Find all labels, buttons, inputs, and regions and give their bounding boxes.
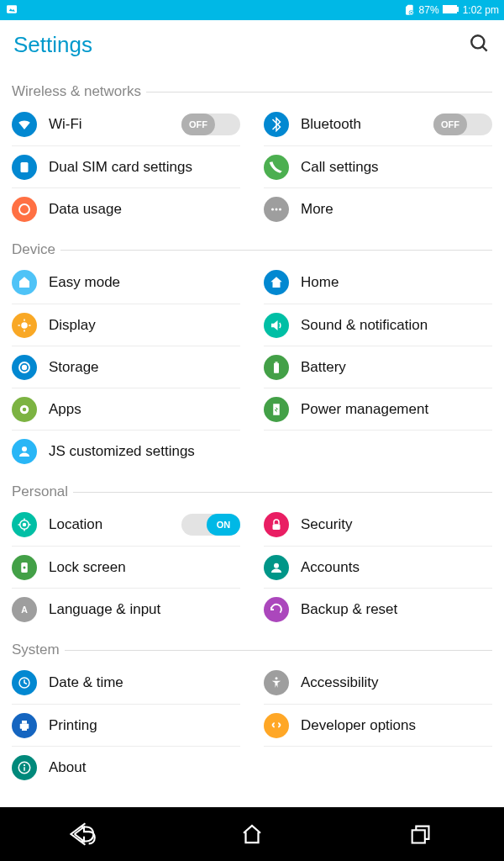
svg-rect-6	[21, 162, 29, 172]
about-row[interactable]: About	[12, 746, 240, 788]
bluetooth-icon	[264, 112, 289, 137]
section-header-wireless: Wireless & networks	[12, 83, 492, 100]
svg-rect-41	[24, 767, 25, 771]
svg-point-7	[19, 204, 29, 214]
sound-icon	[264, 313, 289, 338]
battery-icon	[264, 355, 289, 380]
apps-row[interactable]: Apps	[12, 388, 240, 430]
security-row[interactable]: Security	[264, 504, 492, 546]
sound-row[interactable]: Sound & notification	[264, 304, 492, 346]
accessibility-icon	[264, 670, 289, 695]
datetime-row[interactable]: Date & time	[12, 662, 240, 704]
svg-point-35	[276, 677, 278, 679]
clock-icon	[12, 670, 37, 695]
svg-line-5	[482, 46, 486, 50]
svg-rect-19	[276, 362, 278, 363]
svg-point-22	[22, 446, 27, 452]
search-button[interactable]	[469, 33, 491, 58]
wifi-toggle[interactable]: OFF	[181, 114, 240, 135]
sim-icon	[402, 3, 416, 18]
custom-settings-row[interactable]: JS customized settings	[12, 430, 240, 472]
data-usage-icon	[12, 197, 37, 222]
lock-screen-row[interactable]: Lock screen	[12, 546, 240, 588]
developer-row[interactable]: Developer options	[264, 704, 492, 746]
dualsim-row[interactable]: Dual SIM card settings	[12, 145, 240, 188]
backup-row[interactable]: Backup & reset	[264, 588, 492, 630]
battery-row[interactable]: Battery	[264, 346, 492, 388]
more-row[interactable]: More	[264, 188, 492, 230]
lock-screen-icon	[12, 555, 37, 580]
language-row[interactable]: A Language & input	[12, 588, 240, 630]
svg-point-4	[471, 35, 484, 48]
section-header-device: Device	[12, 241, 492, 258]
storage-icon	[12, 355, 37, 380]
clock: 1:02 pm	[463, 4, 499, 16]
home-button[interactable]	[237, 819, 267, 849]
display-row[interactable]: Display	[12, 304, 240, 346]
phone-icon	[264, 155, 289, 180]
svg-point-9	[276, 208, 278, 210]
display-icon	[12, 313, 37, 338]
home-row[interactable]: Home	[264, 261, 492, 304]
printer-icon	[12, 713, 37, 738]
location-row[interactable]: Location ON	[12, 504, 240, 546]
bluetooth-toggle[interactable]: OFF	[433, 114, 492, 135]
power-mgmt-row[interactable]: Power management	[264, 388, 492, 430]
storage-row[interactable]: Storage	[12, 346, 240, 388]
svg-rect-37	[22, 721, 27, 724]
svg-text:A: A	[21, 604, 28, 614]
wifi-icon	[12, 112, 37, 137]
home-icon	[264, 270, 289, 295]
svg-point-32	[274, 563, 279, 568]
call-settings-row[interactable]: Call settings	[264, 145, 492, 188]
accessibility-row[interactable]: Accessibility	[264, 662, 492, 704]
location-icon	[12, 512, 37, 537]
svg-point-24	[24, 524, 26, 526]
accounts-icon	[264, 555, 289, 580]
battery-icon	[443, 4, 459, 17]
svg-rect-29	[273, 524, 281, 530]
svg-point-40	[24, 763, 25, 765]
gallery-icon	[5, 3, 18, 18]
page-title: Settings	[13, 32, 92, 58]
svg-rect-42	[412, 830, 425, 843]
power-icon	[264, 397, 289, 422]
custom-icon	[12, 439, 37, 464]
more-icon	[264, 197, 289, 222]
bluetooth-row[interactable]: Bluetooth OFF	[264, 103, 492, 145]
recent-button[interactable]	[405, 819, 435, 849]
accounts-row[interactable]: Accounts	[264, 546, 492, 588]
svg-rect-0	[7, 5, 17, 13]
language-icon: A	[12, 597, 37, 622]
svg-rect-2	[443, 5, 457, 13]
svg-point-11	[21, 322, 28, 329]
apps-icon	[12, 397, 37, 422]
developer-icon	[264, 713, 289, 738]
section-header-system: System	[12, 642, 492, 658]
status-bar: 87% 1:02 pm	[0, 0, 504, 20]
nav-bar	[0, 807, 504, 861]
svg-rect-18	[274, 362, 279, 372]
easy-mode-icon	[12, 270, 37, 295]
svg-rect-38	[22, 727, 27, 731]
sim-card-icon	[12, 155, 37, 180]
easy-mode-row[interactable]: Easy mode	[12, 261, 240, 304]
svg-point-17	[23, 365, 27, 369]
back-button[interactable]	[69, 819, 99, 849]
section-header-personal: Personal	[12, 483, 492, 500]
data-usage-row[interactable]: Data usage	[12, 188, 240, 230]
wifi-row[interactable]: Wi-Fi OFF	[12, 103, 240, 145]
backup-icon	[264, 597, 289, 622]
battery-percent: 87%	[419, 4, 439, 16]
svg-point-31	[24, 566, 26, 568]
svg-rect-3	[457, 7, 459, 12]
printing-row[interactable]: Printing	[12, 704, 240, 746]
lock-icon	[264, 512, 289, 537]
svg-point-8	[271, 208, 274, 210]
svg-point-10	[279, 208, 281, 210]
info-icon	[12, 755, 37, 780]
svg-point-21	[23, 407, 27, 411]
location-toggle[interactable]: ON	[181, 514, 240, 536]
header: Settings	[0, 20, 504, 66]
